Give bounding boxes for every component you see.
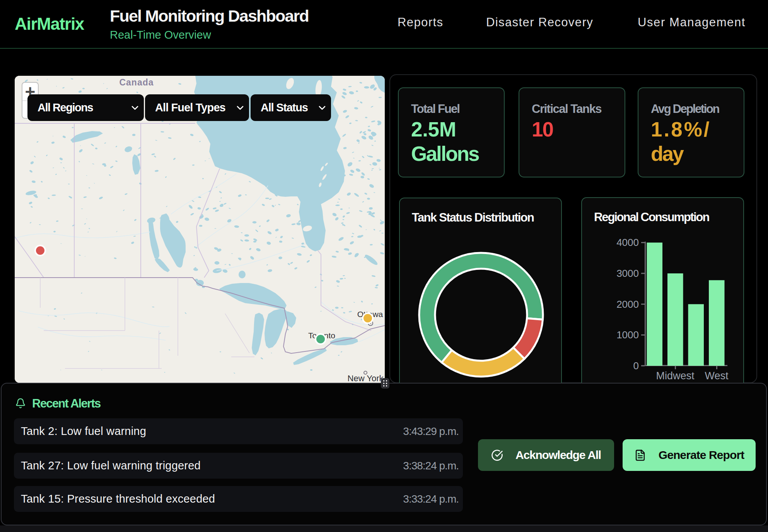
svg-text:1000: 1000	[616, 329, 639, 341]
svg-text:2000: 2000	[616, 298, 639, 310]
svg-text:Midwest: Midwest	[656, 370, 695, 382]
svg-text:0: 0	[633, 360, 639, 372]
svg-text:4000: 4000	[616, 237, 639, 248]
svg-text:New York: New York	[348, 373, 384, 383]
svg-text:Canada: Canada	[119, 77, 154, 87]
svg-text:West: West	[705, 370, 729, 382]
svg-text:3000: 3000	[616, 268, 639, 279]
